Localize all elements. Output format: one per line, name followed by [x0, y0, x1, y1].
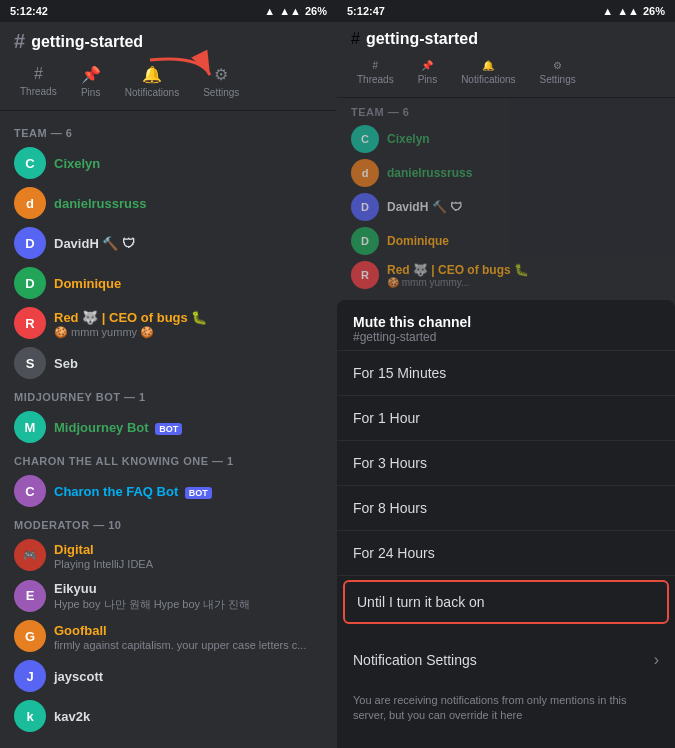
mute-option-3hours[interactable]: For 3 Hours: [337, 441, 675, 486]
hash-icon-right: #: [351, 30, 360, 48]
member-name: danielrussruss: [54, 196, 147, 211]
avatar: C: [351, 125, 379, 153]
mute-option-until[interactable]: Until I turn it back on: [343, 580, 669, 624]
member-info: kav2k: [54, 707, 323, 725]
member-name: danielrussruss: [387, 166, 472, 180]
mute-option-15min[interactable]: For 15 Minutes: [337, 351, 675, 396]
channel-title-right: getting-started: [366, 30, 478, 48]
status-bar-right: 5:12:47 ▲ ▲▲ 26%: [337, 0, 675, 22]
tabs-row-right: # Threads 📌 Pins 🔔 Notifications ⚙ Setti…: [337, 48, 675, 98]
member-name: Digital: [54, 542, 94, 557]
mute-option-24hours[interactable]: For 24 Hours: [337, 531, 675, 576]
member-info: Goofball firmly against capitalism. your…: [54, 621, 323, 651]
member-name: Cixelyn: [387, 132, 430, 146]
member-name: kav2k: [54, 709, 90, 724]
list-item[interactable]: C Charon the FAQ Bot BOT: [0, 471, 337, 511]
bot-badge: BOT: [185, 487, 212, 499]
member-name: Red 🐺 | CEO of bugs 🐛: [54, 310, 207, 325]
tab-pins-right[interactable]: 📌 Pins: [408, 56, 447, 89]
avatar: D: [14, 267, 46, 299]
member-status: Hype boy 나만 원해 Hype boy 내가 진해: [54, 597, 323, 612]
member-name: DavidH 🔨 🛡: [54, 236, 135, 251]
member-info: Eikyuu Hype boy 나만 원해 Hype boy 내가 진해: [54, 579, 323, 612]
time-right: 5:12:47: [347, 5, 385, 17]
signal-icon: ▲▲: [279, 5, 301, 17]
mute-option-highlighted-wrapper: Until I turn it back on: [337, 576, 675, 628]
member-info: Charon the FAQ Bot BOT: [54, 482, 323, 500]
tab-notifications-right[interactable]: 🔔 Notifications: [451, 56, 525, 89]
section-team: TEAM — 6: [0, 119, 337, 143]
pins-icon-right: 📌: [421, 60, 433, 71]
wifi-icon-right: ▲: [602, 5, 613, 17]
threads-icon: #: [34, 65, 43, 83]
list-item[interactable]: J jayscott: [0, 656, 337, 696]
partial-member: d danielrussruss: [337, 156, 675, 190]
avatar: k: [14, 700, 46, 732]
list-item[interactable]: R Red 🐺 | CEO of bugs 🐛 🍪 mmm yummy 🍪: [0, 303, 337, 343]
avatar: d: [351, 159, 379, 187]
member-info: Dominique: [54, 274, 323, 292]
list-item[interactable]: D DavidH 🔨 🛡: [0, 223, 337, 263]
avatar: J: [14, 660, 46, 692]
channel-header-left: # getting-started: [0, 22, 337, 53]
member-info: Cixelyn: [54, 154, 323, 172]
member-info: Red 🐺 | CEO of bugs 🐛 🍪 mmm yummy 🍪: [54, 308, 323, 339]
settings-icon: ⚙: [214, 65, 228, 84]
threads-icon-right: #: [373, 60, 379, 71]
list-item[interactable]: G Goofball firmly against capitalism. yo…: [0, 616, 337, 656]
hash-icon-left: #: [14, 30, 25, 53]
partial-member: D Dominique: [337, 224, 675, 258]
list-item[interactable]: E Eikyuu Hype boy 나만 원해 Hype boy 내가 진해: [0, 575, 337, 616]
settings-label-right: Settings: [540, 74, 576, 85]
partial-member: D DavidH 🔨 🛡: [337, 190, 675, 224]
threads-label-right: Threads: [357, 74, 394, 85]
list-item[interactable]: k kav2k: [0, 696, 337, 736]
mute-option-8hours[interactable]: For 8 Hours: [337, 486, 675, 531]
mute-header: Mute this channel #getting-started: [337, 300, 675, 351]
avatar: 🎮: [14, 539, 46, 571]
pins-label-right: Pins: [418, 74, 437, 85]
notifications-label-right: Notifications: [461, 74, 515, 85]
notifications-icon-right: 🔔: [482, 60, 494, 71]
avatar: d: [14, 187, 46, 219]
avatar: D: [351, 193, 379, 221]
list-item[interactable]: C Cixelyn: [0, 143, 337, 183]
tab-pins-label: Pins: [81, 87, 100, 98]
tab-threads[interactable]: # Threads: [10, 61, 67, 102]
mute-option-1hour[interactable]: For 1 Hour: [337, 396, 675, 441]
bot-badge: BOT: [155, 423, 182, 435]
time-left: 5:12:42: [10, 5, 48, 17]
avatar: E: [14, 580, 46, 612]
section-charon: CHARON THE ALL KNOWING ONE — 1: [0, 447, 337, 471]
tab-notifications[interactable]: 🔔 Notifications: [115, 61, 189, 102]
tab-threads-right[interactable]: # Threads: [347, 56, 404, 89]
tab-threads-label: Threads: [20, 86, 57, 97]
member-info: DavidH 🔨 🛡: [54, 234, 323, 252]
notification-settings-row[interactable]: Notification Settings ›: [337, 637, 675, 683]
member-name: DavidH 🔨 🛡: [387, 200, 462, 214]
channel-title-left: getting-started: [31, 33, 143, 51]
notification-settings-label: Notification Settings: [353, 652, 477, 668]
list-item[interactable]: D Dominique: [0, 263, 337, 303]
partial-member: R Red 🐺 | CEO of bugs 🐛 🍪 mmm yummy...: [337, 258, 675, 292]
section-midjourney: MIDJOURNEY BOT — 1: [0, 383, 337, 407]
mute-overlay: Mute this channel #getting-started For 1…: [337, 300, 675, 748]
tab-settings[interactable]: ⚙ Settings: [193, 61, 249, 102]
list-item[interactable]: 🎮 Digital Playing IntelliJ IDEA: [0, 535, 337, 575]
mute-title: Mute this channel: [353, 314, 659, 330]
pins-icon: 📌: [81, 65, 101, 84]
members-partial: TEAM — 6 C Cixelyn d danielrussruss D Da…: [337, 98, 675, 296]
list-item[interactable]: M Midjourney Bot BOT: [0, 407, 337, 447]
member-name: Cixelyn: [54, 156, 100, 171]
notification-info: You are receiving notifications from onl…: [337, 683, 675, 738]
tab-settings-right[interactable]: ⚙ Settings: [530, 56, 586, 89]
member-name: Midjourney Bot BOT: [54, 420, 182, 435]
avatar: D: [14, 227, 46, 259]
list-item[interactable]: d danielrussruss: [0, 183, 337, 223]
member-name: Charon the FAQ Bot BOT: [54, 484, 212, 499]
avatar: D: [351, 227, 379, 255]
member-status: Playing IntelliJ IDEA: [54, 558, 323, 570]
list-item[interactable]: S Seb: [0, 343, 337, 383]
battery-right: 26%: [643, 5, 665, 17]
tab-pins[interactable]: 📌 Pins: [71, 61, 111, 102]
